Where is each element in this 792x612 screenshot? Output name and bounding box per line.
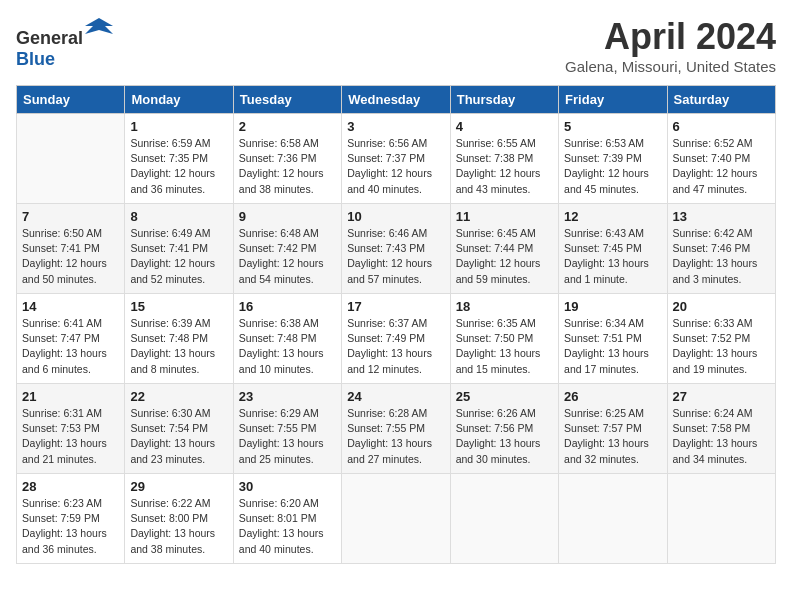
day-number: 26 (564, 389, 661, 404)
day-info: Sunrise: 6:20 AM Sunset: 8:01 PM Dayligh… (239, 496, 336, 557)
calendar-cell: 21Sunrise: 6:31 AM Sunset: 7:53 PM Dayli… (17, 384, 125, 474)
calendar-cell (450, 474, 558, 564)
day-info: Sunrise: 6:45 AM Sunset: 7:44 PM Dayligh… (456, 226, 553, 287)
calendar-cell: 18Sunrise: 6:35 AM Sunset: 7:50 PM Dayli… (450, 294, 558, 384)
day-number: 9 (239, 209, 336, 224)
calendar-cell: 17Sunrise: 6:37 AM Sunset: 7:49 PM Dayli… (342, 294, 450, 384)
day-number: 12 (564, 209, 661, 224)
day-number: 15 (130, 299, 227, 314)
calendar-cell: 29Sunrise: 6:22 AM Sunset: 8:00 PM Dayli… (125, 474, 233, 564)
day-number: 14 (22, 299, 119, 314)
day-number: 3 (347, 119, 444, 134)
day-info: Sunrise: 6:31 AM Sunset: 7:53 PM Dayligh… (22, 406, 119, 467)
day-number: 2 (239, 119, 336, 134)
day-info: Sunrise: 6:48 AM Sunset: 7:42 PM Dayligh… (239, 226, 336, 287)
calendar-cell: 16Sunrise: 6:38 AM Sunset: 7:48 PM Dayli… (233, 294, 341, 384)
calendar-cell: 25Sunrise: 6:26 AM Sunset: 7:56 PM Dayli… (450, 384, 558, 474)
calendar-cell: 14Sunrise: 6:41 AM Sunset: 7:47 PM Dayli… (17, 294, 125, 384)
calendar-cell: 2Sunrise: 6:58 AM Sunset: 7:36 PM Daylig… (233, 114, 341, 204)
day-number: 10 (347, 209, 444, 224)
day-number: 20 (673, 299, 770, 314)
weekday-wednesday: Wednesday (342, 86, 450, 114)
calendar-header: SundayMondayTuesdayWednesdayThursdayFrid… (17, 86, 776, 114)
day-info: Sunrise: 6:55 AM Sunset: 7:38 PM Dayligh… (456, 136, 553, 197)
calendar-cell: 11Sunrise: 6:45 AM Sunset: 7:44 PM Dayli… (450, 204, 558, 294)
day-info: Sunrise: 6:50 AM Sunset: 7:41 PM Dayligh… (22, 226, 119, 287)
calendar-cell (667, 474, 775, 564)
calendar-cell (559, 474, 667, 564)
day-number: 25 (456, 389, 553, 404)
calendar-cell: 27Sunrise: 6:24 AM Sunset: 7:58 PM Dayli… (667, 384, 775, 474)
weekday-header-row: SundayMondayTuesdayWednesdayThursdayFrid… (17, 86, 776, 114)
calendar-cell: 12Sunrise: 6:43 AM Sunset: 7:45 PM Dayli… (559, 204, 667, 294)
weekday-friday: Friday (559, 86, 667, 114)
day-info: Sunrise: 6:35 AM Sunset: 7:50 PM Dayligh… (456, 316, 553, 377)
calendar-week-1: 1Sunrise: 6:59 AM Sunset: 7:35 PM Daylig… (17, 114, 776, 204)
day-info: Sunrise: 6:52 AM Sunset: 7:40 PM Dayligh… (673, 136, 770, 197)
calendar-cell: 5Sunrise: 6:53 AM Sunset: 7:39 PM Daylig… (559, 114, 667, 204)
calendar-cell: 26Sunrise: 6:25 AM Sunset: 7:57 PM Dayli… (559, 384, 667, 474)
day-number: 16 (239, 299, 336, 314)
calendar-cell: 20Sunrise: 6:33 AM Sunset: 7:52 PM Dayli… (667, 294, 775, 384)
logo-text: General Blue (16, 16, 113, 70)
calendar-cell: 3Sunrise: 6:56 AM Sunset: 7:37 PM Daylig… (342, 114, 450, 204)
day-number: 19 (564, 299, 661, 314)
day-number: 29 (130, 479, 227, 494)
calendar-cell: 13Sunrise: 6:42 AM Sunset: 7:46 PM Dayli… (667, 204, 775, 294)
day-info: Sunrise: 6:58 AM Sunset: 7:36 PM Dayligh… (239, 136, 336, 197)
day-info: Sunrise: 6:23 AM Sunset: 7:59 PM Dayligh… (22, 496, 119, 557)
logo-blue: Blue (16, 49, 55, 69)
day-info: Sunrise: 6:53 AM Sunset: 7:39 PM Dayligh… (564, 136, 661, 197)
location-title: Galena, Missouri, United States (565, 58, 776, 75)
day-number: 4 (456, 119, 553, 134)
day-info: Sunrise: 6:46 AM Sunset: 7:43 PM Dayligh… (347, 226, 444, 287)
day-info: Sunrise: 6:28 AM Sunset: 7:55 PM Dayligh… (347, 406, 444, 467)
day-info: Sunrise: 6:49 AM Sunset: 7:41 PM Dayligh… (130, 226, 227, 287)
calendar-cell: 1Sunrise: 6:59 AM Sunset: 7:35 PM Daylig… (125, 114, 233, 204)
day-info: Sunrise: 6:37 AM Sunset: 7:49 PM Dayligh… (347, 316, 444, 377)
day-number: 8 (130, 209, 227, 224)
day-info: Sunrise: 6:26 AM Sunset: 7:56 PM Dayligh… (456, 406, 553, 467)
page-header: General Blue April 2024 Galena, Missouri… (16, 16, 776, 75)
day-number: 22 (130, 389, 227, 404)
day-number: 27 (673, 389, 770, 404)
calendar-cell: 24Sunrise: 6:28 AM Sunset: 7:55 PM Dayli… (342, 384, 450, 474)
day-info: Sunrise: 6:34 AM Sunset: 7:51 PM Dayligh… (564, 316, 661, 377)
title-block: April 2024 Galena, Missouri, United Stat… (565, 16, 776, 75)
day-info: Sunrise: 6:43 AM Sunset: 7:45 PM Dayligh… (564, 226, 661, 287)
weekday-thursday: Thursday (450, 86, 558, 114)
calendar-week-2: 7Sunrise: 6:50 AM Sunset: 7:41 PM Daylig… (17, 204, 776, 294)
day-number: 1 (130, 119, 227, 134)
calendar-cell: 19Sunrise: 6:34 AM Sunset: 7:51 PM Dayli… (559, 294, 667, 384)
day-info: Sunrise: 6:33 AM Sunset: 7:52 PM Dayligh… (673, 316, 770, 377)
svg-marker-0 (85, 18, 113, 34)
day-info: Sunrise: 6:29 AM Sunset: 7:55 PM Dayligh… (239, 406, 336, 467)
calendar-cell: 8Sunrise: 6:49 AM Sunset: 7:41 PM Daylig… (125, 204, 233, 294)
day-info: Sunrise: 6:42 AM Sunset: 7:46 PM Dayligh… (673, 226, 770, 287)
day-info: Sunrise: 6:41 AM Sunset: 7:47 PM Dayligh… (22, 316, 119, 377)
weekday-monday: Monday (125, 86, 233, 114)
calendar-cell: 15Sunrise: 6:39 AM Sunset: 7:48 PM Dayli… (125, 294, 233, 384)
calendar-week-3: 14Sunrise: 6:41 AM Sunset: 7:47 PM Dayli… (17, 294, 776, 384)
day-info: Sunrise: 6:25 AM Sunset: 7:57 PM Dayligh… (564, 406, 661, 467)
calendar-cell: 30Sunrise: 6:20 AM Sunset: 8:01 PM Dayli… (233, 474, 341, 564)
day-info: Sunrise: 6:56 AM Sunset: 7:37 PM Dayligh… (347, 136, 444, 197)
calendar-week-5: 28Sunrise: 6:23 AM Sunset: 7:59 PM Dayli… (17, 474, 776, 564)
calendar-cell: 22Sunrise: 6:30 AM Sunset: 7:54 PM Dayli… (125, 384, 233, 474)
day-number: 23 (239, 389, 336, 404)
day-info: Sunrise: 6:22 AM Sunset: 8:00 PM Dayligh… (130, 496, 227, 557)
logo-general: General (16, 28, 83, 48)
day-info: Sunrise: 6:39 AM Sunset: 7:48 PM Dayligh… (130, 316, 227, 377)
weekday-sunday: Sunday (17, 86, 125, 114)
calendar-cell (342, 474, 450, 564)
calendar-table: SundayMondayTuesdayWednesdayThursdayFrid… (16, 85, 776, 564)
day-info: Sunrise: 6:59 AM Sunset: 7:35 PM Dayligh… (130, 136, 227, 197)
weekday-tuesday: Tuesday (233, 86, 341, 114)
calendar-cell: 6Sunrise: 6:52 AM Sunset: 7:40 PM Daylig… (667, 114, 775, 204)
day-number: 28 (22, 479, 119, 494)
day-number: 5 (564, 119, 661, 134)
day-info: Sunrise: 6:30 AM Sunset: 7:54 PM Dayligh… (130, 406, 227, 467)
logo-bird-icon (85, 16, 113, 44)
day-number: 17 (347, 299, 444, 314)
calendar-cell: 4Sunrise: 6:55 AM Sunset: 7:38 PM Daylig… (450, 114, 558, 204)
